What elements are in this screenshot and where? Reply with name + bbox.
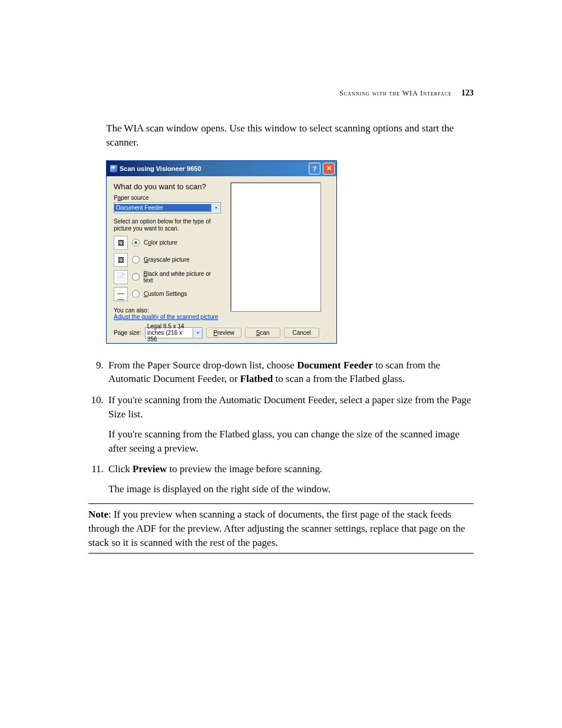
grayscale-picture-icon: 🖼	[114, 253, 128, 267]
radio-custom[interactable]	[132, 290, 140, 298]
note-label: Note	[88, 509, 108, 520]
wia-scan-dialog: Scan using Visioneer 9650 ? ✕ What do yo…	[106, 160, 337, 344]
app-icon	[110, 165, 117, 172]
radio-color[interactable]	[132, 239, 140, 246]
chevron-down-icon[interactable]: ▾	[193, 328, 202, 337]
dialog-title: Scan using Visioneer 9650	[120, 165, 306, 172]
option-grayscale[interactable]: 🖼 Grayscale picture	[114, 253, 221, 267]
bw-picture-icon: 📄	[114, 270, 128, 284]
close-button[interactable]: ✕	[323, 163, 335, 174]
step-9: From the Paper Source drop-down list, ch…	[106, 358, 474, 387]
paper-source-label: Paper source	[114, 195, 221, 201]
note-block: Note: If you preview when scanning a sta…	[88, 503, 474, 554]
section-title: Scanning with the WIA Interface	[339, 89, 452, 97]
help-button[interactable]: ?	[309, 163, 320, 174]
radio-grayscale[interactable]	[132, 256, 140, 263]
dialog-titlebar[interactable]: Scan using Visioneer 9650 ? ✕	[107, 161, 336, 176]
radio-bw[interactable]	[132, 273, 140, 281]
chevron-down-icon[interactable]: ▾	[211, 203, 220, 212]
step-10: If you're scanning from the Automatic Do…	[106, 393, 474, 455]
paper-source-dropdown[interactable]: Document Feeder ▾	[114, 202, 221, 213]
intro-paragraph: The WIA scan window opens. Use this wind…	[106, 121, 474, 150]
page-size-dropdown[interactable]: Legal 8.5 x 14 inches (216 x 356 ▾	[145, 327, 203, 338]
option-custom[interactable]: ⎯⎯⎯⎯ Custom Settings	[114, 287, 221, 301]
dialog-heading: What do you want to scan?	[114, 182, 221, 191]
you-can-also-label: You can also:	[114, 307, 221, 314]
step-11: Click Preview to preview the image befor…	[106, 462, 474, 496]
option-bw[interactable]: 📄 Black and white picture or text	[114, 270, 221, 284]
adjust-quality-link[interactable]: Adjust the quality of the scanned pictur…	[114, 314, 221, 320]
page-number: 123	[461, 88, 474, 97]
cancel-button[interactable]: Cancel	[284, 328, 319, 338]
color-picture-icon: 🖼	[114, 236, 128, 250]
page-size-label: Page size:	[114, 330, 141, 336]
preview-area[interactable]	[230, 182, 321, 312]
page-header: Scanning with the WIA Interface 123	[88, 88, 474, 98]
resize-grip-icon[interactable]: ⋰	[324, 332, 329, 338]
custom-settings-icon: ⎯⎯⎯⎯	[114, 287, 128, 301]
preview-button[interactable]: Preview	[206, 328, 242, 338]
instruction-list: From the Paper Source drop-down list, ch…	[88, 358, 474, 496]
scan-button[interactable]: Scan	[245, 328, 280, 338]
option-color[interactable]: 🖼 Color picture	[114, 236, 221, 250]
select-instruction: Select an option below for the type of p…	[114, 218, 221, 232]
